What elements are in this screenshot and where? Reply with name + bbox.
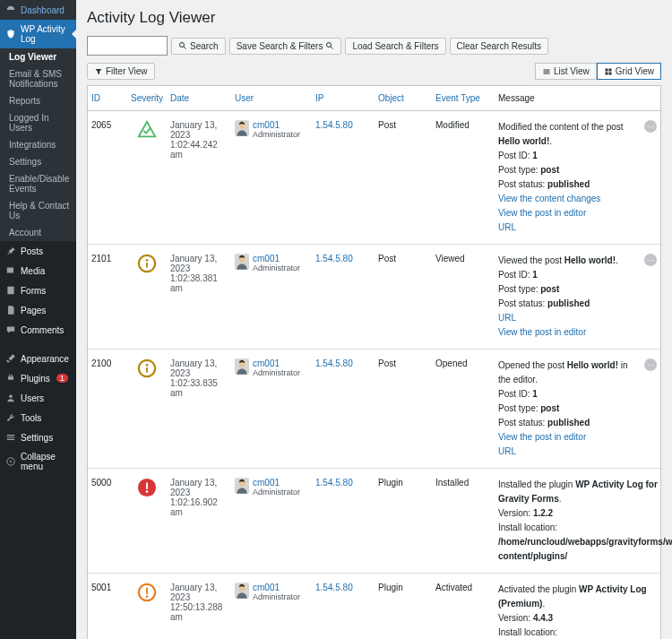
sub-integrations[interactable]: Integrations [0, 136, 76, 153]
wrench-icon [5, 412, 16, 423]
user-link[interactable]: cm001 [253, 478, 280, 488]
ip-link[interactable]: 1.54.5.80 [315, 478, 353, 488]
cell-object: Post [375, 358, 432, 368]
sidebar-item-pages[interactable]: Pages [0, 300, 76, 320]
funnel-icon [94, 67, 103, 76]
message-link[interactable]: View the post in editor [498, 327, 586, 337]
sub-email-sms[interactable]: Email & SMS Notifications [0, 65, 76, 92]
user-link[interactable]: cm001 [253, 583, 280, 592]
svg-point-23 [146, 595, 149, 598]
cell-object: Plugin [375, 583, 432, 592]
load-search-button[interactable]: Load Search & Filters [345, 38, 445, 55]
cell-id: 2065 [88, 120, 127, 130]
forms-icon [5, 285, 16, 296]
user-link[interactable]: cm001 [253, 120, 280, 130]
collapse-icon [5, 456, 16, 467]
col-id[interactable]: ID [88, 86, 127, 110]
sidebar-item-users[interactable]: Users [0, 388, 76, 408]
cell-message: Modified the content of the post Hello w… [495, 120, 641, 235]
sidebar-item-activity-log[interactable]: WP Activity Log [0, 20, 76, 48]
cell-event-type: Modified [432, 120, 495, 130]
col-user[interactable]: User [231, 86, 312, 110]
ip-link[interactable]: 1.54.5.80 [315, 120, 353, 130]
sub-help[interactable]: Help & Contact Us [0, 197, 76, 224]
col-date[interactable]: Date [167, 86, 231, 110]
avatar [235, 120, 249, 136]
view-toggle: List View Grid View [535, 63, 661, 80]
avatar [235, 254, 249, 270]
grid-view-button[interactable]: Grid View [597, 63, 661, 80]
pin-icon [5, 246, 16, 256]
col-event-type[interactable]: Event Type [432, 86, 495, 110]
cell-event-type: Viewed [432, 254, 495, 263]
cell-message: Activated the plugin WP Activity Log (Pr… [495, 583, 672, 639]
user-link[interactable]: cm001 [253, 254, 280, 263]
grid-icon [604, 67, 613, 76]
col-ip[interactable]: IP [312, 86, 375, 110]
message-link[interactable]: URL [498, 446, 516, 456]
svg-rect-22 [146, 588, 148, 594]
shield-icon [5, 29, 16, 39]
search-toolbar: Search Save Search & Filters Load Search… [87, 36, 661, 56]
severity-icon [127, 478, 167, 497]
search-button[interactable]: Search [171, 38, 226, 55]
svg-point-7 [146, 259, 149, 262]
dashboard-icon [5, 4, 16, 15]
message-link[interactable]: View the content changes [498, 194, 600, 203]
sub-log-viewer[interactable]: Log Viewer [0, 48, 76, 65]
sub-enable-disable[interactable]: Enable/Disable Events [0, 170, 76, 197]
message-link[interactable]: URL [498, 313, 516, 323]
sidebar-item-tools[interactable]: Tools [0, 408, 76, 427]
sidebar-item-forms[interactable]: Forms [0, 281, 76, 300]
more-actions-button[interactable]: ⋯ [644, 358, 657, 371]
sub-logged-in[interactable]: Logged In Users [0, 109, 76, 136]
clear-search-button[interactable]: Clear Search Results [450, 38, 548, 55]
list-view-button[interactable]: List View [535, 63, 597, 80]
cell-event-type: Opened [432, 358, 495, 368]
sidebar-item-dashboard[interactable]: Dashboard [0, 0, 76, 20]
svg-rect-8 [146, 263, 148, 268]
more-actions-button[interactable]: ⋯ [644, 254, 657, 266]
cell-object: Post [375, 254, 432, 263]
sub-reports[interactable]: Reports [0, 92, 76, 109]
message-link[interactable]: View the post in editor [498, 432, 586, 442]
sidebar-collapse[interactable]: Collapse menu [0, 447, 76, 476]
save-search-button[interactable]: Save Search & Filters [229, 38, 342, 55]
table-row: 5001January 13, 202312:50:13.288 amcm001… [88, 573, 660, 639]
sub-account[interactable]: Account [0, 224, 76, 241]
cell-id: 2101 [88, 254, 127, 263]
user-link[interactable]: cm001 [253, 358, 280, 368]
cell-date: January 13, 20231:02:44.242 am [167, 120, 231, 160]
cell-event-type: Activated [432, 583, 495, 592]
ip-link[interactable]: 1.54.5.80 [315, 583, 353, 592]
svg-point-18 [146, 490, 149, 493]
svg-point-3 [327, 43, 332, 47]
sub-settings[interactable]: Settings [0, 153, 76, 170]
message-link[interactable]: URL [498, 222, 516, 232]
svg-point-2 [180, 43, 185, 47]
sidebar-item-comments[interactable]: Comments [0, 320, 76, 340]
ip-link[interactable]: 1.54.5.80 [315, 254, 353, 263]
list-icon [542, 67, 551, 76]
cell-user: cm001Administrator [231, 358, 312, 377]
sidebar-item-media[interactable]: Media [0, 261, 76, 281]
sidebar-item-appearance[interactable]: Appearance [0, 349, 76, 368]
col-message: Message [495, 86, 641, 110]
search-input[interactable] [87, 36, 168, 56]
message-link[interactable]: View the post in editor [498, 208, 586, 218]
col-severity[interactable]: Severity [127, 86, 167, 110]
user-icon [5, 393, 16, 403]
brush-icon [5, 353, 16, 364]
sidebar-item-plugins[interactable]: Plugins1 [0, 368, 76, 388]
col-object[interactable]: Object [375, 86, 432, 110]
avatar [235, 358, 249, 375]
table-body: 2065January 13, 20231:02:44.242 amcm001A… [88, 111, 660, 639]
avatar [235, 478, 249, 494]
cell-object: Plugin [375, 478, 432, 488]
sidebar-item-posts[interactable]: Posts [0, 241, 76, 261]
user-role: Administrator [253, 130, 300, 139]
more-actions-button[interactable]: ⋯ [644, 120, 657, 133]
ip-link[interactable]: 1.54.5.80 [315, 358, 353, 368]
sidebar-item-settings[interactable]: Settings [0, 427, 76, 447]
filter-view-button[interactable]: Filter View [87, 63, 155, 80]
